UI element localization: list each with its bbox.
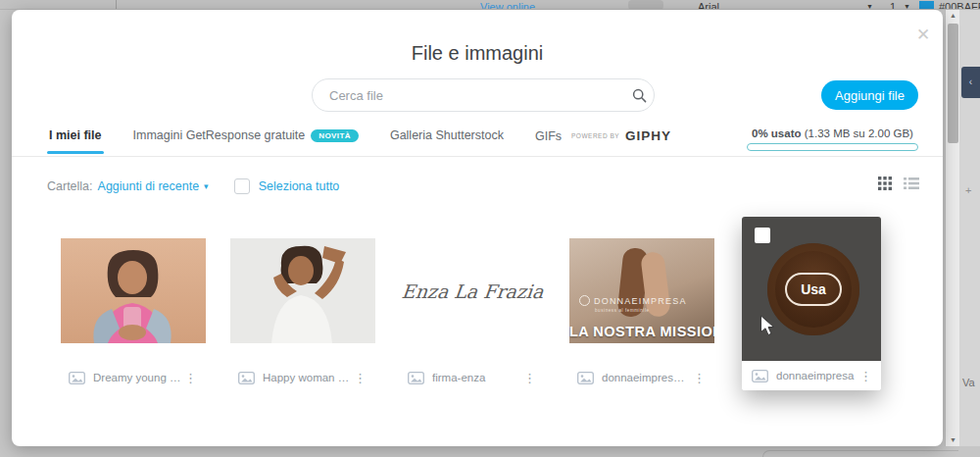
- image-file-icon: [238, 372, 255, 384]
- storage-progress-bar: [747, 143, 918, 151]
- tab-getresponse-free-images[interactable]: Immagini GetResponse gratuite NOVITÀ: [131, 126, 361, 154]
- file-menu-icon[interactable]: ⋮: [690, 371, 709, 385]
- files-and-images-dialog: File e immagini ✕ Aggiungi file I miei f…: [12, 10, 943, 446]
- background-side-panel: ‹ + Va: [959, 10, 980, 446]
- storage-usage: 0% usato (1.33 MB su 2.00 GB): [747, 127, 918, 151]
- grid-view-icon[interactable]: [878, 177, 892, 194]
- image-file-icon: [577, 372, 594, 384]
- tab-shutterstock-gallery[interactable]: Galleria Shutterstock: [388, 126, 506, 154]
- photo-thumbnail-donnaeimpresa[interactable]: Usa: [742, 217, 881, 361]
- toolbar-divider: [116, 0, 117, 10]
- novita-badge: NOVITÀ: [311, 129, 359, 142]
- font-family-select[interactable]: Arial: [698, 0, 719, 10]
- file-menu-icon[interactable]: ⋮: [857, 369, 875, 383]
- view-online-link[interactable]: View online: [480, 0, 535, 10]
- folder-caret-icon[interactable]: ▾: [204, 181, 209, 191]
- file-select-checkbox[interactable]: [755, 228, 770, 243]
- photo-thumbnail-happy-woman[interactable]: [230, 238, 375, 343]
- color-hex-value: #00BAFF: [939, 0, 980, 10]
- background-toolbar: View online Arial ▼ 1 ▼ #00BAFF: [0, 0, 980, 10]
- background-panel-button[interactable]: ‹: [961, 67, 980, 98]
- powered-by-label: POWERED BY: [571, 132, 619, 139]
- scroll-up-icon[interactable]: ▲: [946, 10, 960, 22]
- storage-used-label: 0% usato: [752, 127, 802, 139]
- folder-label: Cartella:: [47, 179, 93, 193]
- file-menu-icon[interactable]: ⋮: [351, 371, 369, 385]
- view-mode-toggle: [878, 177, 919, 194]
- background-plus-icon: +: [965, 184, 971, 196]
- folder-toolbar: Cartella: Aggiunti di recente ▾ Selezion…: [47, 177, 339, 196]
- toolbar-button[interactable]: [628, 0, 663, 10]
- photo-thumbnail-mission[interactable]: DONNAEIMPRESA business al femminile LA N…: [569, 238, 714, 343]
- image-file-icon: [408, 372, 424, 384]
- tab-gifs-giphy[interactable]: GIFs POWERED BY GIPHY: [533, 126, 673, 155]
- file-row: firma-enza ⋮: [400, 363, 545, 392]
- mission-caption: LA NOSTRA MISSION: [569, 324, 714, 339]
- select-all-label[interactable]: Seleziona tutto: [259, 179, 340, 193]
- file-row: donnaeimpresa-missi… ⋮: [569, 363, 714, 392]
- file-menu-icon[interactable]: ⋮: [181, 371, 200, 385]
- file-search: [312, 78, 655, 112]
- search-input[interactable]: [313, 88, 624, 103]
- photo-card-donnaeimpresa-hovered: Usa donnaeimpresa ⋮: [742, 217, 881, 390]
- donnaeimpresa-logo-icon: [579, 295, 590, 306]
- tab-my-files[interactable]: I miei file: [47, 126, 104, 154]
- scrollbar-thumb[interactable]: [948, 24, 958, 143]
- file-menu-icon[interactable]: ⋮: [520, 371, 539, 385]
- list-view-icon[interactable]: [904, 177, 919, 194]
- folder-select[interactable]: Aggiunti di recente: [98, 179, 200, 193]
- select-all-checkbox[interactable]: [234, 178, 250, 194]
- brand-name: DONNAEIMPRESA: [594, 296, 687, 306]
- dialog-title: File e immagini: [12, 42, 943, 65]
- giphy-logo: GIPHY: [625, 128, 671, 143]
- font-family-caret-icon[interactable]: ▼: [866, 0, 873, 10]
- background-text-fragment: Va: [962, 377, 975, 388]
- font-size-caret-icon[interactable]: ▼: [904, 0, 910, 10]
- brand-tagline: business al femminile: [595, 308, 650, 313]
- file-row: Dreamy young pretty … ⋮: [61, 363, 206, 392]
- close-icon[interactable]: ✕: [911, 24, 935, 47]
- search-icon[interactable]: [624, 78, 654, 112]
- photo-thumbnail-dreamy-young[interactable]: [61, 238, 206, 343]
- use-file-button[interactable]: Usa: [785, 273, 842, 306]
- file-name: donnaeimpresa: [776, 370, 857, 381]
- image-file-icon: [69, 372, 85, 384]
- add-file-button[interactable]: Aggiungi file: [821, 80, 918, 110]
- file-row: Happy woman with c… ⋮: [230, 363, 375, 392]
- signature-text: Enza La Frazia: [401, 280, 545, 302]
- file-name: Happy woman with c…: [263, 372, 351, 383]
- photo-thumbnail-signature[interactable]: Enza La Frazia: [400, 238, 545, 343]
- page-scrollbar[interactable]: ▲ ▼: [945, 10, 959, 446]
- file-name: Dreamy young pretty …: [93, 372, 181, 383]
- file-name: firma-enza: [432, 372, 520, 383]
- font-size-select[interactable]: 1: [890, 0, 896, 10]
- file-name: donnaeimpresa-missi…: [602, 372, 690, 383]
- storage-detail-label: (1.33 MB su 2.00 GB): [805, 127, 913, 139]
- cursor-pointer-icon: [760, 315, 775, 336]
- image-file-icon: [752, 370, 768, 382]
- scroll-down-icon[interactable]: ▼: [946, 434, 960, 446]
- file-row: donnaeimpresa ⋮: [742, 361, 881, 390]
- background-panel-edge: [762, 450, 958, 457]
- color-swatch[interactable]: [919, 1, 934, 10]
